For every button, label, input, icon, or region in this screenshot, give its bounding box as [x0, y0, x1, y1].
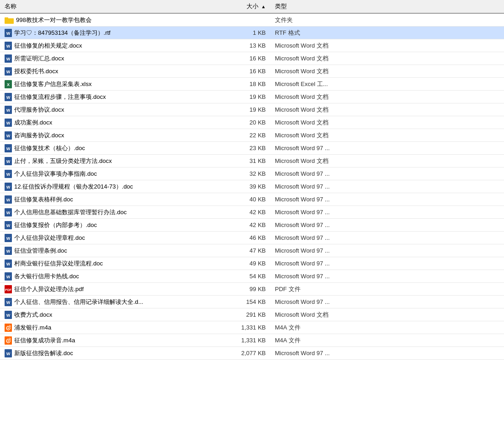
list-item[interactable]: W 征信修复报价（内部参考）.doc42 KBMicrosoft Word 97…	[0, 219, 504, 232]
list-item[interactable]: W 各大银行信用卡热线.doc54 KBMicrosoft Word 97 ..…	[0, 270, 504, 283]
word97-icon: W	[5, 234, 12, 242]
svg-text:W: W	[6, 121, 11, 125]
file-name-cell: W 收费方式.docx	[0, 311, 220, 319]
word-icon: W	[5, 157, 12, 165]
file-size-cell: 13 KB	[220, 42, 270, 49]
list-item[interactable]: 浦发银行.m4a1,331 KBM4A 文件	[0, 321, 504, 334]
list-item[interactable]: W 授权委托书.docx16 KBMicrosoft Word 文档	[0, 65, 504, 78]
m4a-icon	[5, 324, 12, 332]
file-size-cell: 16 KB	[220, 68, 270, 75]
file-size-cell: 32 KB	[220, 170, 270, 177]
file-type-cell: Microsoft Word 文档	[270, 42, 504, 50]
word97-icon: W	[5, 247, 12, 255]
file-type-cell: Microsoft Word 文档	[270, 119, 504, 127]
file-type-cell: Microsoft Word 97 ...	[270, 298, 504, 305]
word-icon: W	[5, 106, 12, 114]
file-name-cell: W 征信业管理条例.doc	[0, 247, 220, 255]
file-size-cell: 1,331 KB	[220, 324, 270, 331]
svg-text:W: W	[6, 31, 11, 36]
list-item[interactable]: W 代理服务协议.docx19 KBMicrosoft Word 文档	[0, 103, 504, 116]
file-name-cell: W 新版征信报告解读.doc	[0, 349, 220, 357]
list-item[interactable]: W 村商业银行征信异议处理流程.doc49 KBMicrosoft Word 9…	[0, 257, 504, 270]
svg-text:W: W	[6, 185, 11, 189]
file-type-cell: Microsoft Word 文档	[270, 131, 504, 140]
svg-text:W: W	[6, 95, 11, 100]
file-size-cell: 42 KB	[220, 209, 270, 216]
file-name-cell: W 个人征信异议事项办事指南.doc	[0, 170, 220, 178]
file-name-text: 征信修复流程步骤，注意事项.docx	[14, 93, 106, 101]
list-item[interactable]: W 征信业管理条例.doc47 KBMicrosoft Word 97 ...	[0, 244, 504, 257]
file-size-cell: 2,077 KB	[220, 350, 270, 357]
file-name-cell: W 个人信用信息基础数据库管理暂行办法.doc	[0, 208, 220, 216]
file-type-cell: Microsoft Word 文档	[270, 106, 504, 114]
header-type[interactable]: 类型	[270, 2, 504, 11]
svg-text:W: W	[6, 159, 11, 164]
header-name[interactable]: 名称	[0, 2, 220, 11]
file-name-text: 新版征信报告解读.doc	[14, 349, 73, 357]
file-type-cell: Microsoft Word 文档	[270, 54, 504, 63]
file-type-cell: Microsoft Word 文档	[270, 157, 504, 165]
word97-icon: W	[5, 208, 12, 216]
word-icon: W	[5, 131, 12, 140]
list-item[interactable]: W 新版征信报告解读.doc2,077 KBMicrosoft Word 97 …	[0, 347, 504, 360]
file-name-cell: W 征信修复技术（核心）.doc	[0, 144, 220, 152]
file-size-cell: 1 KB	[220, 29, 270, 36]
file-type-cell: Microsoft Word 文档	[270, 67, 504, 76]
list-item[interactable]: W 咨询服务协议.docx22 KBMicrosoft Word 文档	[0, 129, 504, 142]
list-item[interactable]: W 收费方式.docx291 KBMicrosoft Word 文档	[0, 308, 504, 321]
list-item[interactable]: X 征信修复客户信息采集表.xlsx18 KBMicrosoft Excel 工…	[0, 78, 504, 91]
file-name-text: 浦发银行.m4a	[14, 324, 51, 332]
list-item[interactable]: W 12.征信投诉办理规程（银办发2014-73）.doc39 KBMicros…	[0, 180, 504, 193]
file-name-text: 个人征信、信用报告、信用记录详细解读大全.d...	[14, 298, 143, 306]
list-item[interactable]: W 征信修复的相关规定.docx13 KBMicrosoft Word 文档	[0, 39, 504, 52]
word-icon: W	[5, 29, 12, 37]
file-name-cell: W 个人征信异议处理章程.doc	[0, 234, 220, 242]
file-type-cell: Microsoft Word 97 ...	[270, 209, 504, 216]
svg-text:W: W	[6, 44, 11, 49]
file-size-cell: 99 KB	[220, 286, 270, 292]
file-type-cell: M4A 文件	[270, 324, 504, 332]
file-type-cell: Microsoft Word 文档	[270, 311, 504, 319]
file-type-cell: Microsoft Excel 工...	[270, 80, 504, 88]
file-size-cell: 42 KB	[220, 222, 270, 228]
header-type-label: 类型	[275, 2, 287, 11]
file-name-cell: W 代理服务协议.docx	[0, 106, 220, 114]
svg-text:W: W	[6, 313, 11, 318]
file-name-text: 收费方式.docx	[14, 311, 52, 319]
word97-icon: W	[5, 259, 12, 268]
file-list: 998教技术一对一教学包教会文件夹 W 学习♡：847953134（备注学习）.…	[0, 14, 504, 360]
list-item[interactable]: 998教技术一对一教学包教会文件夹	[0, 14, 504, 27]
file-name-cell: W 征信修复报价（内部参考）.doc	[0, 221, 220, 229]
m4a-icon	[5, 336, 12, 345]
file-type-cell: RTF 格式	[270, 29, 504, 37]
list-item[interactable]: W 所需证明汇总.docx16 KBMicrosoft Word 文档	[0, 52, 504, 65]
list-item[interactable]: W 学习♡：847953134（备注学习）.rtf1 KBRTF 格式	[0, 27, 504, 39]
word-icon: W	[5, 54, 12, 63]
list-item[interactable]: W 止付，呆账，五级分类处理方法.docx31 KBMicrosoft Word…	[0, 155, 504, 168]
table-header: 名称 大小 ▲ 类型	[0, 0, 504, 14]
file-type-cell: Microsoft Word 97 ...	[270, 222, 504, 228]
list-item[interactable]: W 个人征信异议处理章程.doc46 KBMicrosoft Word 97 .…	[0, 232, 504, 244]
word97-icon: W	[5, 221, 12, 229]
file-name-text: 998教技术一对一教学包教会	[16, 16, 92, 24]
file-name-cell: W 征信修复流程步骤，注意事项.docx	[0, 93, 220, 101]
header-size[interactable]: 大小 ▲	[220, 2, 270, 11]
list-item[interactable]: W 成功案例.docx20 KBMicrosoft Word 文档	[0, 116, 504, 129]
file-name-cell: PDF 征信个人异议处理办法.pdf	[0, 285, 220, 293]
file-name-text: 学习♡：847953134（备注学习）.rtf	[14, 29, 110, 37]
file-name-text: 个人征信异议事项办事指南.doc	[14, 170, 97, 178]
svg-text:W: W	[6, 262, 11, 266]
file-name-text: 征信修复技术（核心）.doc	[14, 144, 85, 152]
word97-icon: W	[5, 170, 12, 178]
word-icon: W	[5, 42, 12, 50]
list-item[interactable]: W 征信修复技术（核心）.doc23 KBMicrosoft Word 97 .…	[0, 142, 504, 155]
file-type-cell: Microsoft Word 97 ...	[270, 183, 504, 190]
list-item[interactable]: PDF 征信个人异议处理办法.pdf99 KBPDF 文件	[0, 283, 504, 296]
list-item[interactable]: W 个人征信、信用报告、信用记录详细解读大全.d...154 KBMicroso…	[0, 296, 504, 308]
list-item[interactable]: W 征信修复流程步骤，注意事项.docx19 KBMicrosoft Word …	[0, 91, 504, 103]
list-item[interactable]: W 个人征信异议事项办事指南.doc32 KBMicrosoft Word 97…	[0, 168, 504, 180]
list-item[interactable]: 征信修复成功录音.m4a1,331 KBM4A 文件	[0, 334, 504, 347]
list-item[interactable]: W 个人信用信息基础数据库管理暂行办法.doc42 KBMicrosoft Wo…	[0, 206, 504, 219]
file-name-text: 所需证明汇总.docx	[14, 54, 64, 63]
list-item[interactable]: W 征信修复表格样例.doc40 KBMicrosoft Word 97 ...	[0, 193, 504, 206]
